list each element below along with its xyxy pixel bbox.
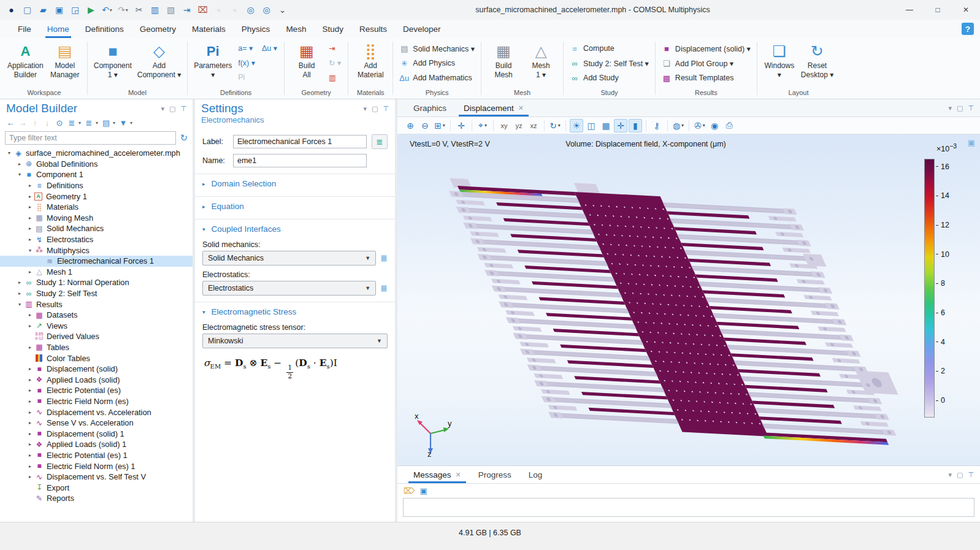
tree-item[interactable]: ▸∿Sense V vs. Acceleration bbox=[0, 418, 193, 429]
minimize-button[interactable]: — bbox=[895, 0, 924, 20]
tree-item[interactable]: ▸⣿Materials bbox=[0, 202, 193, 213]
view-xz-icon[interactable]: xz bbox=[527, 119, 540, 132]
chevron-right-icon[interactable]: ▸ bbox=[26, 377, 34, 383]
import-geometry-button[interactable]: ⇥ bbox=[326, 40, 343, 55]
tree-item[interactable]: ▸❖Applied Loads (solid) 1 bbox=[0, 439, 193, 450]
chevron-right-icon[interactable]: ▸ bbox=[26, 204, 34, 210]
chevron-right-icon[interactable]: ▸ bbox=[26, 464, 34, 469]
add-plot-group-button[interactable]: ❏Add Plot Group ▾ bbox=[660, 56, 752, 71]
view-xy-icon[interactable]: xy bbox=[497, 119, 511, 132]
find-in-model-icon[interactable]: ◎ bbox=[259, 2, 274, 17]
tree-item[interactable]: ▸■Displacement (solid) 1 bbox=[0, 428, 193, 439]
ribbon-tab-study[interactable]: Study bbox=[314, 20, 351, 38]
chevron-right-icon[interactable]: ▸ bbox=[26, 323, 34, 329]
chevron-right-icon[interactable]: ▸ bbox=[26, 345, 34, 350]
tree-item[interactable]: ▸△Mesh 1 bbox=[0, 267, 193, 278]
collapse-panel-icon[interactable]: ▾ bbox=[948, 471, 952, 479]
float-panel-icon[interactable]: ▢ bbox=[169, 105, 175, 113]
float-panel-icon[interactable]: ▢ bbox=[957, 471, 963, 479]
chevron-right-icon[interactable]: ▸ bbox=[26, 441, 34, 447]
tree-item[interactable]: ↧Export bbox=[0, 482, 193, 493]
image-effects-icon[interactable]: ◍▾ bbox=[672, 119, 685, 132]
zoom-extents-icon[interactable]: ✛ bbox=[454, 119, 468, 132]
displacement-solid-button[interactable]: ■Displacement (solid) ▾ bbox=[660, 41, 752, 56]
find-icon[interactable]: ◎ bbox=[243, 2, 258, 17]
tree-item[interactable]: ≋Electromechanical Forces 1 bbox=[0, 256, 193, 267]
chevron-right-icon[interactable]: ▸ bbox=[26, 226, 34, 231]
redo-icon[interactable]: ↷▾ bbox=[115, 2, 131, 17]
tab-progress[interactable]: Progress bbox=[471, 466, 519, 483]
add-physics-button[interactable]: ✳Add Physics bbox=[397, 56, 477, 71]
component-1-button[interactable]: ■Component 1 ▾ bbox=[92, 40, 134, 80]
chevron-right-icon[interactable]: ▸ bbox=[26, 431, 34, 437]
filter-icon[interactable]: ▼ bbox=[118, 116, 129, 129]
environment-icon[interactable]: ✇▾ bbox=[693, 119, 706, 132]
collapse-panel-icon[interactable]: ▾ bbox=[161, 105, 164, 113]
chevron-right-icon[interactable]: ▸ bbox=[26, 215, 34, 221]
delete-icon[interactable]: ⌧ bbox=[195, 2, 210, 17]
add-mathematics-button[interactable]: ΔuAdd Mathematics bbox=[397, 71, 477, 85]
chevron-right-icon[interactable]: ▸ bbox=[26, 312, 34, 318]
zoom-box-icon[interactable]: ⊞▾ bbox=[433, 119, 446, 132]
tree-item[interactable]: ▸▦Datasets bbox=[0, 310, 193, 321]
close-tab-icon[interactable]: ✕ bbox=[456, 471, 461, 479]
tab-graphics[interactable]: Graphics bbox=[406, 99, 454, 116]
tree-item[interactable]: ▸▦Tables bbox=[0, 342, 193, 353]
tree-item[interactable]: ▸∞Study 2: Self Test bbox=[0, 288, 193, 299]
messages-log-box[interactable] bbox=[403, 498, 974, 517]
ribbon-tab-materials[interactable]: Materials bbox=[184, 20, 234, 38]
refresh-icon[interactable]: ↻ bbox=[180, 132, 188, 143]
tree-item[interactable]: ▸AGeometry 1 bbox=[0, 191, 193, 202]
build-mesh-button[interactable]: ▦Build Mesh bbox=[486, 40, 521, 80]
close-tab-icon[interactable]: ✕ bbox=[518, 104, 524, 112]
scene-light-icon[interactable]: ☀ bbox=[570, 119, 583, 132]
move-up-icon[interactable]: ↑ bbox=[29, 116, 40, 129]
tree-item[interactable]: ▸∞Study 1: Normal Operation bbox=[0, 277, 193, 288]
duplicate-icon[interactable]: ⇥ bbox=[179, 2, 194, 17]
chevron-right-icon[interactable]: ▸ bbox=[15, 280, 24, 285]
tree-item[interactable]: ▾⁂Multiphysics bbox=[0, 245, 193, 256]
chevron-right-icon[interactable]: ▸ bbox=[26, 474, 34, 479]
graphics-clipboard-icon[interactable]: ▣ bbox=[968, 138, 975, 147]
parameters-button[interactable]: PiParameters ▾ bbox=[192, 40, 234, 80]
save-file-icon[interactable]: ▣ bbox=[52, 2, 67, 17]
add-to-list-icon[interactable]: ≣ bbox=[380, 283, 388, 293]
compute-button[interactable]: =Compute bbox=[568, 41, 651, 56]
solid-mechanics-button[interactable]: ▤Solid Mechanics ▾ bbox=[397, 41, 477, 56]
section-electromagnetic-stress[interactable]: ▾ Electromagnetic Stress bbox=[195, 302, 395, 321]
new-file-icon[interactable]: ▢ bbox=[20, 2, 35, 17]
back-icon[interactable]: ← bbox=[5, 116, 16, 129]
chevron-right-icon[interactable]: ▸ bbox=[26, 237, 34, 242]
variables-button[interactable]: a= ▾ bbox=[235, 40, 258, 55]
tree-item[interactable]: ▸∿Displacement vs. Acceleration bbox=[0, 407, 193, 418]
zoom-out-icon[interactable]: ⊖ bbox=[418, 119, 432, 132]
copy-icon[interactable]: ▥ bbox=[147, 2, 163, 17]
chevron-right-icon[interactable]: ▸ bbox=[26, 366, 34, 372]
label-field[interactable] bbox=[233, 135, 367, 148]
tab-displacement[interactable]: Displacement✕ bbox=[456, 99, 531, 116]
chevron-right-icon[interactable]: ▸ bbox=[26, 399, 34, 404]
tree-item[interactable]: ▸■Displacement (solid) bbox=[0, 364, 193, 375]
ribbon-tab-file[interactable]: File bbox=[10, 20, 39, 38]
collapse-panel-icon[interactable]: ▾ bbox=[948, 104, 952, 112]
snapshot-icon[interactable]: ◉ bbox=[708, 119, 721, 132]
solid-mechanics-dropdown[interactable]: Solid Mechanics ▼ bbox=[202, 251, 376, 265]
pin-panel-icon[interactable]: ⊤ bbox=[968, 471, 974, 479]
tree-item[interactable]: ▾◈surface_micromachined_accelerometer.mp… bbox=[0, 148, 193, 159]
virtual-operations-button[interactable]: ▥ bbox=[326, 70, 343, 85]
add-to-list-icon[interactable]: ≣ bbox=[380, 253, 388, 263]
pin-panel-icon[interactable]: ⊤ bbox=[383, 105, 389, 113]
pin-panel-icon[interactable]: ⊤ bbox=[968, 104, 974, 112]
nonlocal-couplings-button[interactable]: Δu ▾ bbox=[259, 40, 280, 55]
ribbon-tab-physics[interactable]: Physics bbox=[234, 20, 278, 38]
tree-item[interactable]: ▸■Electric Potential (es) bbox=[0, 385, 193, 396]
print-icon[interactable]: ⎙ bbox=[722, 119, 736, 132]
add-material-button[interactable]: ⣿Add Material bbox=[353, 40, 388, 80]
tree-item[interactable]: ▸▤Solid Mechanics bbox=[0, 223, 193, 234]
open-file-icon[interactable]: ▰ bbox=[36, 2, 51, 17]
tree-item[interactable]: Color Tables bbox=[0, 353, 193, 364]
chevron-right-icon[interactable]: ▸ bbox=[15, 161, 24, 167]
axis-orientation-icon[interactable]: ✛ bbox=[614, 119, 627, 132]
default-3d-view-icon[interactable]: ⌖▾ bbox=[476, 119, 489, 132]
lock-camera-icon[interactable]: ⚷ bbox=[650, 119, 664, 132]
